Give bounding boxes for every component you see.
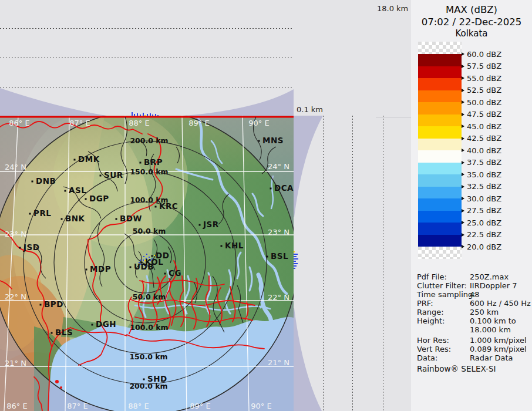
longitude-label: 87° E (67, 402, 87, 410)
scale-label: 45.0 dBZ (462, 122, 501, 131)
longitude-label: 90° E (251, 402, 271, 410)
city-marker (61, 218, 63, 220)
range-ring-label: 200.0 km (130, 136, 168, 145)
range-ring-label: 150.0 km (130, 167, 168, 176)
scale-swatch (418, 139, 462, 151)
city-label: DCA (274, 183, 294, 193)
metadata-row: Height:0.100 km to (417, 316, 530, 325)
city-marker (164, 273, 166, 275)
scale-swatch (418, 102, 462, 114)
echo-column (294, 254, 298, 255)
city-marker (221, 245, 223, 247)
city-label: BSL (271, 251, 288, 261)
scale-label: 22.5 dBZ (462, 230, 501, 239)
metadata-value: 0.089 km/pixel (470, 345, 527, 353)
scale-swatch (418, 198, 462, 211)
metadata-value: 250 km (470, 308, 499, 316)
metadata-row: Range:250 km (417, 308, 530, 316)
metadata-value: 18.000 km (470, 325, 511, 334)
scale-tick-icon (462, 173, 464, 176)
city-label: CG (169, 268, 181, 278)
metadata-row: Clutter Filter:IIRDoppler 7 (417, 281, 530, 290)
metadata-label: Height: (417, 316, 445, 325)
longitude-label: 89° E (188, 119, 209, 127)
city-marker (86, 269, 87, 271)
side-panel-coverage (294, 116, 415, 411)
metadata-label: PRF: (417, 299, 433, 308)
coverage-arc (294, 308, 322, 411)
scale-tick-icon (462, 52, 464, 56)
scale-swatch (418, 78, 462, 90)
metadata-row: Data:Radar Data (417, 353, 530, 362)
echo-pixel (154, 255, 155, 256)
scale-label-text: 57.5 dBZ (467, 62, 501, 70)
scale-label: 35.0 dBZ (462, 170, 501, 179)
metadata-value: 1.000 km/pixel (470, 336, 527, 345)
city-marker (32, 181, 33, 183)
vendor-label: Rainbow® SELEX-SI (417, 364, 496, 373)
scale-label-text: 27.5 dBZ (467, 206, 501, 215)
city-label: DMK (78, 154, 100, 164)
city-label: BRP (144, 157, 163, 167)
scale-tick-icon (462, 113, 464, 116)
scale-tick-icon (462, 76, 464, 80)
scale-tick-icon (462, 65, 464, 68)
height-axis-max-label: 18.0 km (377, 4, 408, 13)
latitude-label: 24° N (5, 163, 26, 171)
range-ring-label: 150.0 km (129, 352, 167, 361)
scale-label-text: 20.0 dBZ (467, 242, 501, 251)
metadata-label: Range: (417, 308, 444, 316)
city-marker (65, 190, 66, 192)
scale-label: 32.5 dBZ (462, 182, 501, 191)
scale-tick-icon (462, 197, 464, 200)
metadata-value: IIRDoppler 7 (470, 281, 517, 290)
echo-column (294, 265, 297, 267)
scale-swatch (418, 114, 462, 127)
longitude-label: 90° E (248, 119, 269, 127)
longitude-label: 87° E (69, 119, 90, 127)
scale-label-text: 60.0 dBZ (467, 50, 501, 59)
city-label: ASL (69, 186, 86, 195)
metadata-label: Pdf File: (417, 272, 447, 281)
scale-label: 55.0 dBZ (462, 74, 501, 83)
metadata-row: 18.000 km (417, 325, 530, 334)
city-marker (19, 247, 21, 249)
scale-label-text: 22.5 dBZ (467, 230, 501, 239)
scale-label-text: 45.0 dBZ (467, 122, 501, 131)
range-ring-label: 50.0 km (133, 292, 166, 301)
scale-tick-icon (462, 149, 464, 152)
radar-map: 86° E86° E87° E87° E88° E88° E89° E89° E… (0, 116, 294, 411)
legend-panel: MAX (dBZ) 07:02 / 22-Dec-2025 Kolkata 60… (411, 0, 532, 411)
coverage-arc (185, 89, 294, 116)
scale-label-text: 35.0 dBZ (467, 170, 501, 179)
scale-label: 60.0 dBZ (462, 50, 501, 59)
scale-label: 40.0 dBZ (462, 146, 501, 155)
metadata-label: Clutter Filter: (417, 281, 467, 290)
scale-swatch (418, 187, 462, 199)
metadata-value: 250Z.max (470, 272, 509, 281)
city-marker (143, 379, 145, 380)
scale-tick-icon (462, 185, 464, 188)
metadata-row: Vert Res:0.089 km/pixel (417, 345, 530, 353)
top-projection-panel (0, 0, 294, 116)
latitude-label: 21° N (268, 358, 289, 367)
scale-swatch (418, 66, 462, 79)
metadata-row: Time sampling:48 (417, 290, 530, 299)
echo-pixel (143, 256, 144, 257)
city-label: UDB (134, 262, 154, 271)
metadata-value: 48 (470, 290, 480, 299)
metadata-label: Vert Res: (417, 345, 451, 353)
echo-column (294, 258, 298, 260)
height-axis-min-label: 0.1 km (297, 105, 323, 114)
city-marker (270, 188, 272, 190)
metadata-row: Pdf File:250Z.max (417, 272, 530, 281)
city-marker (29, 213, 31, 215)
scale-swatch (418, 211, 462, 223)
echo-column (294, 263, 298, 264)
scale-label: 42.5 dBZ (462, 134, 501, 143)
scale-label-text: 40.0 dBZ (467, 146, 501, 155)
range-ring-label: 50.0 km (133, 227, 166, 235)
scale-label: 52.5 dBZ (462, 86, 501, 95)
scale-tick-icon (462, 245, 464, 248)
echo-column (294, 256, 297, 257)
